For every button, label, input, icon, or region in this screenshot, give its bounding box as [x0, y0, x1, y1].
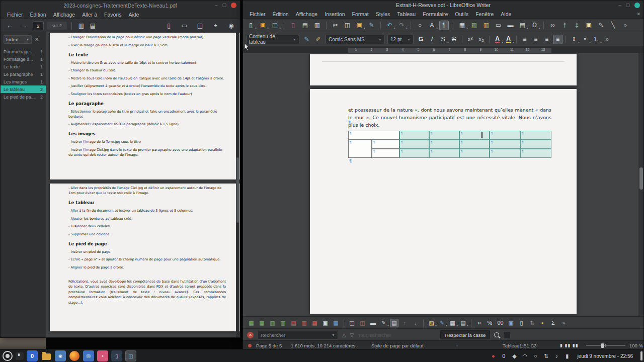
menu-item[interactable]: Formulaire — [419, 11, 451, 17]
table-cell-selected[interactable] — [429, 149, 459, 158]
menu-item[interactable]: Outils — [451, 11, 472, 17]
table-cell-selected[interactable] — [429, 131, 459, 140]
numbered-list-button[interactable]: 1. — [591, 35, 601, 44]
match-case-checkbox[interactable]: Respecter la casse — [440, 330, 490, 339]
find-all-button[interactable]: Tout rechercher — [358, 332, 391, 338]
next-page-icon[interactable]: → — [19, 22, 30, 29]
page-break-icon[interactable]: ▬ — [506, 21, 515, 30]
italic-button[interactable]: I — [427, 35, 437, 44]
insert-endnote-icon[interactable]: ‡ — [572, 21, 582, 30]
print-preview-icon[interactable]: ▥ — [312, 21, 322, 30]
search-input[interactable]: Rechercher ▼ — [258, 331, 338, 339]
insert-table-icon[interactable]: ▦ — [457, 21, 467, 30]
table-cell-selected[interactable] — [459, 140, 490, 149]
percent-format-icon[interactable]: % — [486, 319, 494, 327]
update-manager-tray-icon[interactable]: ○ — [532, 353, 539, 359]
selection-mode-icon[interactable]: ▫ — [456, 343, 458, 348]
border-style-icon[interactable]: ▤ — [459, 319, 467, 327]
insert-row-above-icon[interactable]: ▦ — [247, 319, 256, 327]
table-cell[interactable] — [372, 140, 399, 149]
copy-icon[interactable]: ◫ — [343, 21, 352, 30]
find-toggle-icon[interactable] — [503, 331, 511, 339]
sidebar-mode-dropdown[interactable]: Index▼ — [4, 35, 32, 44]
pdf-scrollbar[interactable] — [236, 32, 239, 337]
move-row-down-icon[interactable]: ↓ — [411, 319, 420, 327]
minimize-icon[interactable]: – — [618, 3, 621, 8]
sidebar-close-icon[interactable]: ✕ — [35, 37, 39, 42]
index-entry[interactable]: Le texte 1 — [1, 63, 46, 70]
table-properties-icon[interactable]: ▯ — [517, 319, 526, 327]
search-options-icon[interactable] — [494, 332, 499, 337]
index-entry[interactable]: Paramétrage... 1 — [1, 48, 46, 55]
close-icon[interactable] — [231, 3, 236, 8]
border-color-icon[interactable]: ✎ — [438, 319, 446, 327]
menu-item[interactable]: Aller à — [78, 12, 101, 18]
close-find-icon[interactable]: ✕ — [247, 332, 254, 338]
view-layout-icons[interactable]: ▮ ▮▮ ▮▮ — [560, 343, 579, 348]
borders-icon[interactable]: ▦ — [448, 319, 457, 327]
delete-table-icon[interactable]: ▦ — [310, 319, 319, 327]
insert-hyperlink-icon[interactable]: ∞ — [548, 21, 557, 30]
select-cell-icon[interactable]: ▣ — [321, 319, 330, 327]
underline-button[interactable]: S — [438, 35, 448, 44]
table-cell-selected[interactable] — [399, 140, 429, 149]
bullet-list-button[interactable]: • — [580, 35, 590, 44]
clock[interactable]: jeudi 9 novembre - 22:56 — [577, 353, 633, 359]
insert-column-left-icon[interactable]: ▥ — [268, 319, 277, 327]
expand-icon[interactable]: ◫ — [195, 21, 205, 31]
formatting-marks-icon[interactable]: ¶ — [439, 21, 449, 30]
document-paragraph[interactable]: et possesseur de la nature », dont nous … — [348, 106, 551, 129]
keyboard-layout-tray-icon[interactable]: 0 — [500, 353, 507, 359]
insert-field-icon[interactable]: ▤ — [518, 21, 527, 30]
menu-item[interactable]: Fichier — [246, 11, 269, 17]
close-icon[interactable] — [634, 3, 640, 8]
merge-cells-icon[interactable]: ◫ — [348, 319, 356, 327]
menu-item[interactable]: Insertion — [321, 11, 348, 17]
find-next-icon[interactable]: ▽ — [350, 332, 354, 338]
protect-cells-icon[interactable]: ▪ — [538, 319, 547, 327]
toolbar-overflow-icon[interactable]: » — [559, 319, 568, 327]
writer-scrollbar-thumb[interactable] — [639, 167, 643, 190]
special-character-icon[interactable]: Ω — [530, 21, 539, 30]
screen-record-tray-icon[interactable]: ● — [490, 353, 497, 359]
menu-circle-icon[interactable]: ◉ — [226, 21, 236, 31]
redo-icon[interactable]: ↷ — [397, 21, 407, 30]
menu-item[interactable]: Fenêtre — [472, 11, 497, 17]
maximize-icon[interactable]: ▢ — [625, 3, 630, 8]
pdf-scrollbar-thumb[interactable] — [236, 157, 239, 223]
table-cell-merged-horizontal[interactable] — [348, 131, 399, 140]
firefox-icon[interactable] — [69, 350, 80, 361]
bold-button[interactable]: G — [416, 35, 426, 44]
menu-item[interactable]: Fichier — [4, 12, 27, 18]
show-desktop-button[interactable] — [640, 351, 642, 360]
menu-item[interactable]: Édition — [269, 11, 292, 17]
app-icon-pink[interactable]: ◖ — [97, 350, 108, 361]
find-previous-icon[interactable]: △ — [342, 332, 346, 338]
table-cell[interactable] — [372, 149, 399, 158]
writer-scrollbar[interactable] — [638, 53, 643, 316]
menu-item[interactable]: Affichage — [50, 12, 79, 18]
delete-column-icon[interactable]: ▥ — [300, 319, 308, 327]
volume-tray-icon[interactable]: ♪ — [553, 353, 560, 359]
wifi-tray-icon[interactable]: ◠ — [521, 353, 528, 359]
menu-item[interactable]: Favoris — [101, 12, 125, 18]
security-tray-icon[interactable]: ◆ — [511, 353, 518, 359]
document-canvas[interactable]: et possesseur de la nature », dont nous … — [243, 53, 643, 316]
find-replace-icon[interactable]: ○ — [415, 21, 425, 30]
print-icon[interactable]: ▤ — [88, 21, 98, 31]
table-cell-selected[interactable] — [490, 131, 520, 140]
select-table-icon[interactable]: ▦ — [332, 319, 340, 327]
index-entry[interactable]: Formatage d... 1 — [1, 55, 46, 63]
clone-paragraph-icon[interactable]: ✐ — [313, 35, 323, 44]
highlight-color-button[interactable]: A — [504, 35, 513, 44]
menu-item[interactable]: Tableau — [393, 11, 419, 17]
sort-icon[interactable]: ⇅ — [528, 319, 536, 327]
insert-comment-icon[interactable]: ▣ — [584, 21, 594, 30]
cut-icon[interactable]: ✂ — [331, 21, 340, 30]
merge-table-icon[interactable]: ▬ — [369, 319, 377, 327]
mint-menu-button[interactable] — [3, 351, 13, 361]
table-cell-selected[interactable] — [520, 131, 551, 140]
index-entry[interactable]: Le pied de pa... 2 — [1, 93, 46, 101]
toolbar-overflow-icon[interactable]: » — [620, 21, 630, 30]
print-icon[interactable]: ▤ — [300, 21, 310, 30]
